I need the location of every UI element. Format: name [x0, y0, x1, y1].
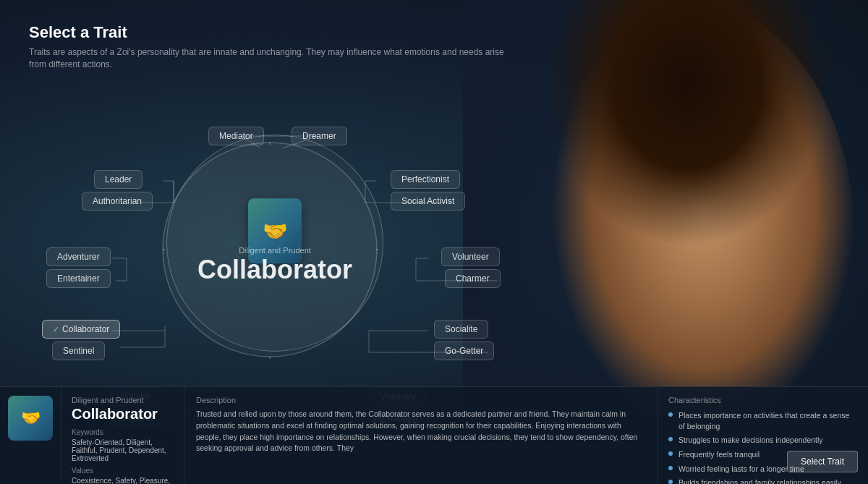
char-bullet	[668, 480, 673, 484]
values-text: Coexistence, Safety, Pleasure, Love	[72, 477, 174, 484]
trait-node-perfectionist[interactable]: Perfectionist	[391, 170, 460, 189]
select-trait-button[interactable]: Select Trait	[787, 451, 858, 472]
char-item-text: Worried feeling lasts for a longer time	[678, 464, 804, 475]
trait-node-social-activist[interactable]: Social Activist	[391, 192, 465, 211]
panel-icon-area: 🤝	[0, 387, 61, 484]
char-item-text: Struggles to make decisions independentl…	[678, 435, 823, 446]
trait-node-authoritarian[interactable]: Authoritarian	[82, 192, 153, 211]
char-item-text: Builds friendships and family relationsh…	[678, 477, 841, 484]
handshake-icon: 🤝	[263, 219, 288, 243]
char-bullet	[668, 437, 673, 441]
char-item-text: Frequently feels tranquil	[678, 449, 760, 460]
panel-trait-info: Diligent and Prudent Collaborator Keywor…	[61, 387, 184, 484]
trait-node-collaborator[interactable]: ✓Collaborator	[42, 320, 120, 339]
trait-node-mediator[interactable]: Mediator	[208, 127, 264, 145]
char-item-text: Places importance on activities that cre…	[678, 410, 858, 431]
trait-node-adventurer[interactable]: Adventurer	[46, 247, 111, 266]
panel-trait-name: Collaborator	[72, 406, 174, 423]
bottom-panel: 🤝 Diligent and Prudent Collaborator Keyw…	[0, 386, 868, 484]
characteristics-item: Builds friendships and family relationsh…	[668, 477, 858, 484]
description-text: Trusted and relied upon by those around …	[196, 409, 646, 454]
values-label: Values	[72, 467, 174, 475]
center-name: Collaborator	[197, 255, 352, 285]
char-bullet	[668, 451, 673, 456]
keywords-label: Keywords	[72, 428, 174, 436]
page-title: Select a Trait	[29, 23, 839, 42]
characteristics-title: Characteristics	[668, 396, 858, 404]
center-label: Diligent and Prudent Collaborator	[197, 246, 352, 285]
trait-node-volunteer[interactable]: Volunteer	[441, 247, 500, 266]
panel-description-area: Description Trusted and relied upon by t…	[184, 387, 658, 484]
characteristics-item: Struggles to make decisions independentl…	[668, 435, 858, 446]
char-bullet	[668, 466, 673, 470]
description-title: Description	[196, 396, 646, 404]
trait-node-charmer[interactable]: Charmer	[445, 269, 501, 288]
center-sublabel: Diligent and Prudent	[197, 246, 352, 255]
char-bullet	[668, 412, 673, 417]
trait-node-entertainer[interactable]: Entertainer	[46, 269, 111, 288]
panel-card-icon: 🤝	[8, 396, 53, 441]
main-content: Select a Trait Traits are aspects of a Z…	[0, 0, 868, 484]
trait-node-leader[interactable]: Leader	[94, 170, 142, 189]
check-icon: ✓	[53, 325, 59, 334]
trait-node-dreamer[interactable]: Dreamer	[292, 127, 347, 145]
trait-node-sentinel[interactable]: Sentinel	[52, 341, 105, 360]
trait-map: 🤝 Diligent and Prudent Collaborator Medi…	[0, 58, 550, 420]
characteristics-list: Places importance on activities that cre…	[668, 410, 858, 484]
panel-trait-label: Diligent and Prudent	[72, 396, 174, 404]
characteristics-item: Places importance on activities that cre…	[668, 410, 858, 431]
keywords-text: Safety-Oriented, Diligent, Faithful, Pru…	[72, 438, 174, 462]
trait-node-go-getter[interactable]: Go-Getter	[434, 341, 494, 360]
trait-node-socialite[interactable]: Socialite	[434, 320, 488, 339]
